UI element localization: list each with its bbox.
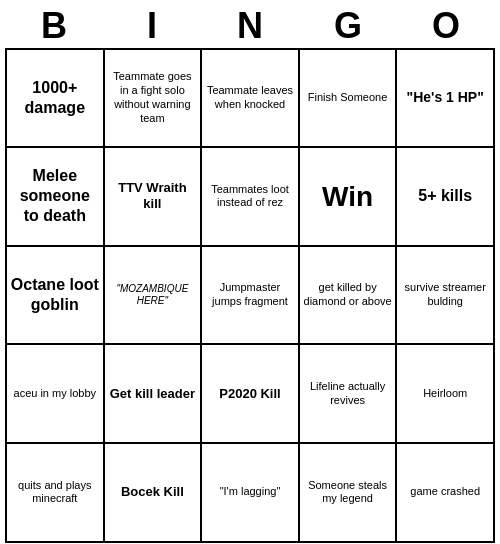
header-letter-o: O — [397, 4, 495, 48]
bingo-cell-15[interactable]: aceu in my lobby — [7, 345, 105, 444]
bingo-cell-0[interactable]: 1000+ damage — [7, 50, 105, 149]
bingo-cell-9[interactable]: 5+ kills — [397, 148, 495, 247]
bingo-cell-21[interactable]: Bocek Kill — [105, 444, 203, 543]
bingo-cell-1[interactable]: Teammate goes in a fight solo without wa… — [105, 50, 203, 149]
bingo-cell-24[interactable]: game crashed — [397, 444, 495, 543]
bingo-header: BINGO — [5, 4, 495, 48]
header-letter-i: I — [103, 4, 201, 48]
bingo-card: BINGO 1000+ damageTeammate goes in a fig… — [5, 4, 495, 543]
bingo-cell-16[interactable]: Get kill leader — [105, 345, 203, 444]
bingo-cell-5[interactable]: Melee someone to death — [7, 148, 105, 247]
bingo-cell-10[interactable]: Octane loot goblin — [7, 247, 105, 346]
bingo-cell-3[interactable]: Finish Someone — [300, 50, 398, 149]
bingo-cell-13[interactable]: get killed by diamond or above — [300, 247, 398, 346]
bingo-cell-11[interactable]: "MOZAMBIQUE HERE" — [105, 247, 203, 346]
bingo-cell-8[interactable]: Win — [300, 148, 398, 247]
header-letter-g: G — [299, 4, 397, 48]
bingo-cell-20[interactable]: quits and plays minecraft — [7, 444, 105, 543]
bingo-cell-6[interactable]: TTV Wraith kill — [105, 148, 203, 247]
bingo-cell-23[interactable]: Someone steals my legend — [300, 444, 398, 543]
header-letter-n: N — [201, 4, 299, 48]
bingo-cell-7[interactable]: Teammates loot instead of rez — [202, 148, 300, 247]
bingo-cell-2[interactable]: Teammate leaves when knocked — [202, 50, 300, 149]
bingo-cell-18[interactable]: Lifeline actually revives — [300, 345, 398, 444]
bingo-cell-4[interactable]: "He's 1 HP" — [397, 50, 495, 149]
bingo-cell-14[interactable]: survive streamer bulding — [397, 247, 495, 346]
bingo-cell-22[interactable]: "I'm lagging" — [202, 444, 300, 543]
bingo-grid: 1000+ damageTeammate goes in a fight sol… — [5, 48, 495, 543]
header-letter-b: B — [5, 4, 103, 48]
bingo-cell-17[interactable]: P2020 Kill — [202, 345, 300, 444]
bingo-cell-12[interactable]: Jumpmaster jumps fragment — [202, 247, 300, 346]
bingo-cell-19[interactable]: Heirloom — [397, 345, 495, 444]
